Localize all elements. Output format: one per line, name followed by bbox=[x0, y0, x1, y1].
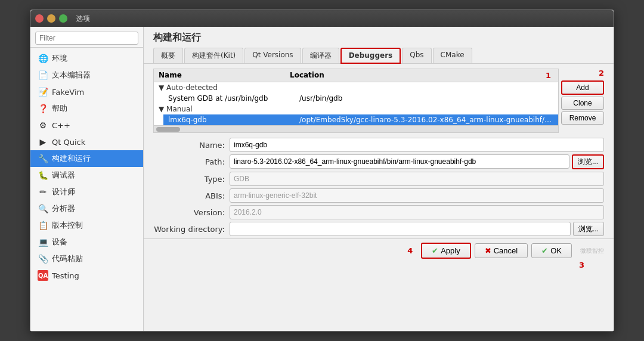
row-location: /opt/EmbedSky/gcc-linaro-5.3-2016.02-x86… bbox=[299, 116, 553, 124]
help-icon: ❓ bbox=[38, 103, 48, 114]
sidebar-item-label: Qt Quick bbox=[52, 138, 85, 147]
remove-button[interactable]: Remove bbox=[561, 111, 604, 125]
devices-icon: 💻 bbox=[38, 237, 48, 247]
path-input[interactable] bbox=[230, 154, 569, 169]
debugger-form: Name: Path: 浏览... Type: ABIs: Version: W… bbox=[144, 135, 614, 238]
clone-button[interactable]: Clone bbox=[561, 97, 604, 110]
browse-button-2[interactable]: 浏览... bbox=[573, 222, 604, 236]
sidebar-item-label: 设计师 bbox=[52, 187, 75, 197]
sidebar-item-label: 环境 bbox=[52, 53, 67, 64]
sidebar-item-label: 调试器 bbox=[52, 170, 75, 181]
sidebar-item-label: 文本编辑器 bbox=[52, 70, 91, 80]
path-label: Path: bbox=[153, 157, 225, 166]
tab-qt-versions[interactable]: Qt Versions bbox=[244, 48, 301, 63]
tabs-bar: 概要 构建套件(Kit) Qt Versions 编译器 Debuggers Q… bbox=[144, 44, 614, 64]
debugger-table: Name Location 1 ▼ Auto-detected System G… bbox=[153, 69, 559, 133]
name-input[interactable] bbox=[230, 138, 604, 152]
version-control-icon: 📋 bbox=[38, 220, 48, 231]
sidebar-item-devices[interactable]: 💻 设备 bbox=[30, 234, 143, 250]
add-button[interactable]: Add bbox=[561, 80, 604, 95]
tab-qbs[interactable]: Qbs bbox=[402, 48, 431, 63]
ok-check-icon: ✔ bbox=[541, 246, 548, 255]
version-label: Version: bbox=[153, 208, 225, 217]
close-button[interactable] bbox=[35, 14, 44, 23]
sidebar-item-label: 设备 bbox=[52, 237, 67, 247]
sidebar-item-label: 代码粘贴 bbox=[52, 253, 83, 264]
sidebar: 🌐 环境 📄 文本编辑器 📝 FakeVim ❓ 帮助 ⚙ C++ ▶ Qt bbox=[30, 27, 144, 331]
sidebar-item-cpp[interactable]: ⚙ C++ bbox=[30, 117, 143, 134]
num3-label: 3 bbox=[579, 261, 584, 269]
scrollbar-thumb bbox=[156, 127, 180, 132]
row-name-label: System GDB at /usr/bin/gdb bbox=[168, 94, 299, 103]
name-label: Name: bbox=[153, 141, 225, 150]
fakevim-icon: 📝 bbox=[38, 86, 48, 97]
cancel-button[interactable]: ✖ Cancel bbox=[475, 243, 528, 258]
apply-check-icon: ✔ bbox=[432, 246, 438, 255]
text-editor-icon: 📄 bbox=[38, 70, 48, 80]
sidebar-item-label: FakeVim bbox=[52, 88, 84, 97]
path-row: 浏览... bbox=[230, 154, 604, 169]
build-run-icon: 🔧 bbox=[38, 153, 48, 164]
table-action-buttons: 2 Add Clone Remove bbox=[561, 69, 604, 125]
minimize-button[interactable] bbox=[47, 14, 55, 23]
table-header-row: Name Location 1 bbox=[154, 69, 558, 82]
apply-label: Apply bbox=[441, 246, 460, 255]
watermark: 微联智控 bbox=[580, 247, 604, 255]
table-row[interactable]: ▼ Auto-detected bbox=[154, 82, 558, 93]
sidebar-item-code-paste[interactable]: 📎 代码粘贴 bbox=[30, 250, 143, 267]
designer-icon: ✏ bbox=[38, 187, 48, 197]
table-row[interactable]: System GDB at /usr/bin/gdb /usr/bin/gdb bbox=[163, 93, 558, 104]
row-location: /usr/bin/gdb bbox=[299, 94, 553, 103]
btn-num-label: 2 bbox=[561, 69, 604, 78]
tab-cmake[interactable]: CMake bbox=[433, 48, 472, 63]
sidebar-item-label: 构建和运行 bbox=[52, 153, 91, 164]
workdir-input[interactable] bbox=[230, 222, 571, 236]
table-row-selected[interactable]: lmx6q-gdb /opt/EmbedSky/gcc-linaro-5.3-2… bbox=[163, 114, 558, 125]
testing-icon: QA bbox=[38, 270, 48, 281]
sidebar-item-fakevim[interactable]: 📝 FakeVim bbox=[30, 83, 143, 100]
sidebar-item-environment[interactable]: 🌐 环境 bbox=[30, 50, 143, 67]
cancel-label: Cancel bbox=[494, 246, 518, 255]
sidebar-item-analyzer[interactable]: 🔍 分析器 bbox=[30, 200, 143, 217]
sidebar-item-label: 版本控制 bbox=[52, 220, 83, 231]
page-title: 构建和运行 bbox=[144, 27, 614, 44]
tab-overview[interactable]: 概要 bbox=[153, 48, 183, 63]
col-name-header: Name bbox=[159, 71, 290, 80]
tab-kit[interactable]: 构建套件(Kit) bbox=[184, 48, 243, 63]
sidebar-item-help[interactable]: ❓ 帮助 bbox=[30, 100, 143, 117]
sidebar-item-text-editor[interactable]: 📄 文本编辑器 bbox=[30, 67, 143, 83]
tab-compiler[interactable]: 编译器 bbox=[302, 48, 339, 63]
sidebar-item-debugger[interactable]: 🐛 调试器 bbox=[30, 167, 143, 184]
window-title: 选项 bbox=[76, 14, 90, 24]
workdir-row: 浏览... bbox=[230, 222, 604, 236]
debugger-icon: 🐛 bbox=[38, 170, 48, 181]
horizontal-scrollbar[interactable] bbox=[154, 125, 558, 132]
ok-label: OK bbox=[550, 246, 562, 255]
sidebar-item-build-run[interactable]: 🔧 构建和运行 bbox=[30, 150, 143, 167]
ok-button[interactable]: ✔ OK bbox=[531, 243, 572, 258]
sidebar-item-label: 分析器 bbox=[52, 203, 75, 214]
footer-num-label: 4 bbox=[407, 246, 413, 255]
row-group-label: ▼ Auto-detected bbox=[159, 83, 290, 92]
col-location-header: Location bbox=[290, 71, 546, 80]
apply-button[interactable]: ✔ Apply bbox=[421, 243, 471, 259]
filter-input[interactable] bbox=[35, 32, 138, 45]
sidebar-item-version-control[interactable]: 📋 版本控制 bbox=[30, 217, 143, 234]
abis-input bbox=[230, 188, 604, 203]
maximize-button[interactable] bbox=[59, 14, 67, 23]
environment-icon: 🌐 bbox=[38, 53, 48, 64]
table-row[interactable]: ▼ Manual bbox=[154, 104, 558, 114]
sidebar-item-designer[interactable]: ✏ 设计师 bbox=[30, 184, 143, 200]
sidebar-item-label: C++ bbox=[52, 121, 70, 130]
sidebar-item-qt-quick[interactable]: ▶ Qt Quick bbox=[30, 134, 143, 150]
main-content: 构建和运行 概要 构建套件(Kit) Qt Versions 编译器 Debug… bbox=[144, 27, 614, 331]
sidebar-item-testing[interactable]: QA Testing bbox=[30, 267, 143, 284]
code-paste-icon: 📎 bbox=[38, 253, 48, 264]
tab-debuggers[interactable]: Debuggers bbox=[340, 48, 401, 64]
browse-button-1[interactable]: 浏览... bbox=[572, 154, 604, 169]
col-num-label: 1 bbox=[546, 71, 551, 80]
filter-box bbox=[30, 29, 143, 48]
cancel-x-icon: ✖ bbox=[485, 246, 491, 255]
main-window: 选项 🌐 环境 📄 文本编辑器 📝 FakeVim ❓ 帮助 bbox=[30, 10, 614, 331]
titlebar: 选项 bbox=[30, 10, 614, 27]
